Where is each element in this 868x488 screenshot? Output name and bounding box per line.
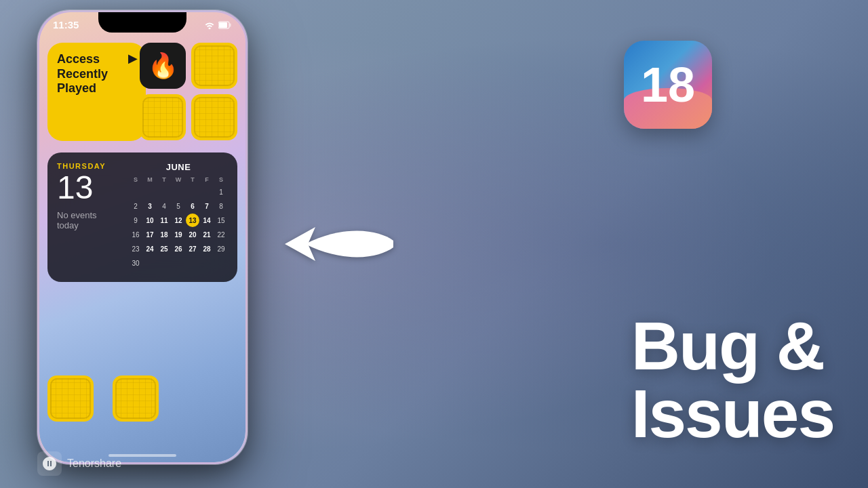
- cal-dow-s1: S: [129, 175, 142, 184]
- cal-dow-s2: S: [214, 175, 228, 184]
- main-heading-line1: Bug &: [631, 312, 834, 380]
- calendar-widget[interactable]: THURSDAY 13 No events today JUNE S M T: [47, 152, 237, 282]
- arrow-pointing-left: [264, 203, 400, 285]
- bottom-placeholder-2: [113, 375, 159, 422]
- bottom-placeholder-1: [47, 375, 94, 422]
- cal-cell-16: 16: [129, 228, 142, 241]
- cal-dow-w: W: [172, 175, 185, 184]
- calendar-month-label: JUNE: [129, 162, 228, 172]
- cal-cell-29: 29: [214, 242, 228, 256]
- cal-cell-27: 27: [186, 242, 199, 256]
- cal-cell-empty-5: [186, 185, 199, 199]
- bottom-app-icon-2[interactable]: [113, 375, 159, 422]
- main-heading-container: Bug & Issues: [631, 312, 834, 447]
- arrow-container: [264, 203, 400, 287]
- tinder-flame-icon: 🔥: [148, 52, 178, 80]
- cal-cell-11: 11: [157, 214, 171, 227]
- cal-cell-19: 19: [172, 228, 185, 241]
- cal-cell-3: 3: [143, 199, 157, 213]
- no-events-text: No events today: [57, 210, 118, 230]
- cal-cell-7: 7: [200, 199, 214, 213]
- cal-cell-10: 10: [143, 214, 157, 227]
- cal-cell-empty-1: [129, 185, 142, 199]
- home-screen-content: ▶ Access Recently Played 🔥: [47, 43, 237, 422]
- ios18-background: 18: [624, 41, 712, 129]
- placeholder-grid-1: [191, 43, 237, 89]
- cal-cell-empty-8: [157, 256, 171, 270]
- cal-cell-8: 8: [214, 199, 228, 213]
- phone-frame: 11:35 ▶: [37, 10, 248, 464]
- cal-cell-5: 5: [172, 199, 185, 213]
- bottom-app-icon-1[interactable]: [47, 375, 94, 422]
- calendar-grid: S M T W T F S: [129, 175, 228, 270]
- pandora-icon: ▶: [128, 51, 138, 66]
- cal-cell-14: 14: [200, 214, 214, 227]
- placeholder-app-icon-2[interactable]: [140, 94, 186, 140]
- ios18-version-number: 18: [641, 57, 695, 113]
- wifi-icon: [204, 21, 215, 29]
- cal-cell-empty-10: [186, 256, 199, 270]
- svg-rect-2: [219, 22, 227, 28]
- cal-cell-20: 20: [186, 228, 199, 241]
- calendar-header: THURSDAY 13 No events today JUNE S M T: [57, 162, 228, 270]
- tenorshare-logo-icon: [41, 455, 58, 472]
- cal-cell-23: 23: [129, 242, 142, 256]
- cal-cell-13-today: 13: [186, 214, 199, 227]
- home-indicator: [108, 454, 176, 457]
- placeholder-app-icon-1[interactable]: [191, 43, 237, 89]
- music-widget-text: Access Recently Played: [57, 52, 136, 96]
- cal-cell-15: 15: [214, 214, 228, 227]
- cal-cell-9: 9: [129, 214, 142, 227]
- calendar-month-grid: JUNE S M T W T F S: [129, 162, 228, 270]
- cal-cell-6: 6: [186, 199, 199, 213]
- cal-cell-17: 17: [143, 228, 157, 241]
- cal-dow-f: F: [200, 175, 214, 184]
- cal-cell-4: 4: [157, 199, 171, 213]
- calendar-date-info: THURSDAY 13 No events today: [57, 162, 118, 230]
- cal-cell-18: 18: [157, 228, 171, 241]
- cal-dow-t1: T: [157, 175, 171, 184]
- music-widget[interactable]: ▶ Access Recently Played: [47, 43, 146, 141]
- cal-cell-30: 30: [129, 256, 142, 270]
- cal-cell-21: 21: [200, 228, 214, 241]
- cal-cell-28: 28: [200, 242, 214, 256]
- svg-rect-1: [230, 23, 231, 26]
- cal-cell-empty-2: [143, 185, 157, 199]
- svg-marker-3: [285, 227, 346, 261]
- cal-cell-empty-6: [200, 185, 214, 199]
- cal-cell-26: 26: [172, 242, 185, 256]
- phone-screen: 11:35 ▶: [39, 12, 245, 462]
- phone-notch: [98, 12, 186, 33]
- cal-cell-25: 25: [157, 242, 171, 256]
- cal-cell-22: 22: [214, 228, 228, 241]
- placeholder-app-icon-3[interactable]: [191, 94, 237, 140]
- status-icons: [204, 21, 232, 29]
- calendar-date-number: 13: [57, 170, 118, 206]
- tenorshare-logo: [37, 451, 62, 476]
- cal-dow-m: M: [143, 175, 157, 184]
- cal-dow-t2: T: [186, 175, 199, 184]
- app-icon-grid: 🔥: [140, 43, 237, 140]
- bottom-app-row: [47, 375, 237, 422]
- cal-cell-empty-12: [214, 256, 228, 270]
- cal-cell-1: 1: [214, 185, 228, 199]
- cal-cell-24: 24: [143, 242, 157, 256]
- cal-cell-2: 2: [129, 199, 142, 213]
- cal-cell-empty-11: [200, 256, 214, 270]
- tenorshare-brand-name: Tenorshare: [67, 458, 121, 470]
- status-time: 11:35: [53, 19, 79, 30]
- placeholder-grid-2: [140, 94, 186, 140]
- tinder-app-icon[interactable]: 🔥: [140, 43, 186, 89]
- ios18-app-icon: 18: [624, 41, 712, 129]
- cal-cell-empty-3: [157, 185, 171, 199]
- cal-cell-12: 12: [172, 214, 185, 227]
- battery-icon: [218, 21, 232, 29]
- cal-cell-empty-4: [172, 185, 185, 199]
- cal-cell-empty-7: [143, 256, 157, 270]
- cal-cell-empty-9: [172, 256, 185, 270]
- main-heading-line2: Issues: [631, 380, 834, 447]
- phone-mockup: 11:35 ▶: [37, 10, 248, 471]
- placeholder-grid-3: [191, 94, 237, 140]
